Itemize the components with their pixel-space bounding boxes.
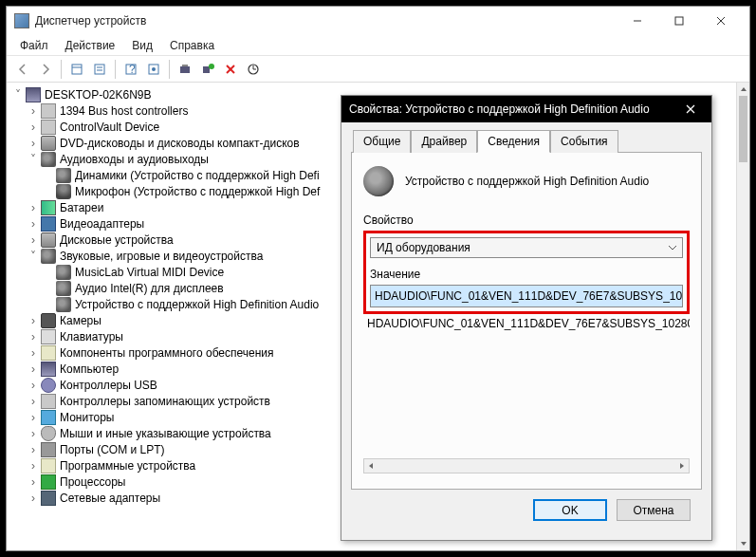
tool-back[interactable] — [12, 59, 33, 80]
hardware-id-row-2[interactable]: HDAUDIO\FUNC_01&VEN_111D&DEV_76E7&SUBSYS… — [363, 314, 690, 335]
expand-icon[interactable]: › — [28, 202, 39, 214]
scroll-left-icon[interactable] — [364, 459, 378, 473]
svg-point-12 — [152, 67, 156, 71]
expand-icon[interactable]: › — [28, 105, 39, 117]
tab-driver[interactable]: Драйвер — [411, 130, 477, 153]
dialog-tabs: Общие Драйвер Сведения События — [351, 130, 702, 153]
device-large-icon — [363, 166, 394, 196]
close-button[interactable] — [700, 8, 742, 34]
svg-rect-4 — [72, 65, 82, 74]
device-name-label: Устройство с поддержкой High Definition … — [405, 175, 649, 188]
usb-icon — [41, 378, 56, 393]
microphone-icon — [56, 184, 71, 199]
tool-forward[interactable] — [35, 59, 56, 80]
expand-icon[interactable]: › — [28, 121, 39, 133]
menubar: Файл Действие Вид Справка — [7, 35, 749, 56]
tool-show-hide-tree[interactable] — [66, 59, 87, 80]
display-icon — [41, 216, 56, 232]
disc-icon — [41, 136, 56, 151]
app-icon — [14, 13, 29, 28]
expand-icon[interactable]: › — [28, 347, 39, 359]
expand-icon[interactable]: › — [28, 331, 39, 343]
menu-view[interactable]: Вид — [124, 37, 160, 54]
expand-icon[interactable]: › — [28, 476, 39, 488]
window-title: Диспетчер устройств — [35, 14, 617, 28]
audio-icon — [41, 249, 56, 264]
speaker-icon — [56, 281, 71, 296]
minimize-button[interactable] — [617, 8, 658, 34]
expand-icon[interactable]: › — [28, 363, 39, 375]
chevron-down-icon — [667, 242, 678, 253]
audio-icon — [41, 152, 56, 167]
svg-rect-15 — [203, 66, 210, 73]
menu-help[interactable]: Справка — [162, 37, 222, 54]
collapse-icon[interactable]: ˅ — [12, 89, 24, 101]
titlebar: Диспетчер устройств — [7, 7, 749, 35]
scroll-thumb[interactable] — [739, 96, 747, 162]
value-label: Значение — [370, 268, 683, 281]
tool-update[interactable] — [243, 59, 264, 80]
expand-icon[interactable]: › — [28, 138, 39, 149]
tab-general[interactable]: Общие — [353, 130, 411, 153]
svg-point-16 — [209, 64, 214, 69]
menu-action[interactable]: Действие — [58, 37, 123, 54]
highlight-box: ИД оборудования Значение HDAUDIO\FUNC_01… — [363, 231, 690, 314]
tool-remove[interactable] — [220, 59, 241, 80]
device-icon — [41, 120, 56, 135]
tool-properties[interactable] — [89, 59, 110, 80]
network-icon — [41, 491, 56, 506]
property-label: Свойство — [363, 214, 690, 227]
svg-rect-13 — [180, 66, 190, 73]
cpu-icon — [41, 474, 56, 490]
maximize-button[interactable] — [658, 8, 700, 34]
horizontal-scrollbar[interactable] — [363, 458, 690, 473]
vertical-scrollbar[interactable] — [736, 83, 749, 550]
tool-add[interactable] — [197, 59, 218, 80]
expand-icon[interactable]: › — [28, 315, 39, 326]
cancel-button[interactable]: Отмена — [617, 499, 691, 521]
tab-events[interactable]: События — [550, 130, 618, 153]
ok-button[interactable]: OK — [533, 499, 607, 521]
expand-icon[interactable]: › — [28, 444, 39, 455]
scroll-down-icon[interactable] — [737, 537, 749, 550]
tab-details[interactable]: Сведения — [477, 130, 550, 153]
property-combobox[interactable]: ИД оборудования — [370, 237, 683, 258]
speaker-icon — [56, 265, 71, 280]
menu-file[interactable]: Файл — [12, 37, 56, 54]
property-selected: ИД оборудования — [377, 241, 470, 254]
computer-icon — [26, 87, 41, 102]
tool-help[interactable]: ? — [120, 59, 141, 80]
expand-icon[interactable]: › — [28, 428, 39, 439]
component-icon — [41, 345, 56, 361]
disk-icon — [41, 232, 56, 248]
svg-rect-6 — [95, 65, 104, 74]
collapse-icon[interactable]: ˅ — [28, 154, 39, 165]
speaker-icon — [56, 297, 71, 312]
port-icon — [41, 442, 56, 457]
battery-icon — [41, 200, 56, 215]
expand-icon[interactable]: › — [28, 396, 39, 407]
dialog-title: Свойства: Устройство с поддержкой High D… — [349, 102, 677, 116]
expand-icon[interactable]: › — [28, 218, 39, 230]
expand-icon[interactable]: › — [28, 492, 39, 504]
scroll-up-icon[interactable] — [737, 83, 749, 96]
tool-scan[interactable] — [175, 59, 195, 80]
hardware-id-row-1[interactable]: HDAUDIO\FUNC_01&VEN_111D&DEV_76E7&SUBSYS… — [371, 286, 682, 306]
expand-icon[interactable]: › — [28, 380, 39, 391]
device-icon — [41, 103, 56, 119]
scroll-right-icon[interactable] — [675, 459, 689, 473]
expand-icon[interactable]: › — [28, 412, 39, 423]
controller-icon — [41, 394, 56, 409]
svg-text:?: ? — [129, 63, 136, 76]
monitor-icon — [41, 410, 56, 425]
collapse-icon[interactable]: ˅ — [28, 251, 39, 262]
svg-rect-1 — [675, 17, 683, 25]
computer-icon — [41, 362, 56, 377]
expand-icon[interactable]: › — [28, 460, 39, 472]
mouse-icon — [41, 426, 56, 441]
dialog-close-button[interactable] — [677, 98, 704, 121]
speaker-icon — [56, 168, 71, 183]
expand-icon[interactable]: › — [28, 234, 39, 246]
details-pane: Устройство с поддержкой High Definition … — [351, 153, 702, 490]
tool-sheet[interactable] — [143, 59, 164, 80]
